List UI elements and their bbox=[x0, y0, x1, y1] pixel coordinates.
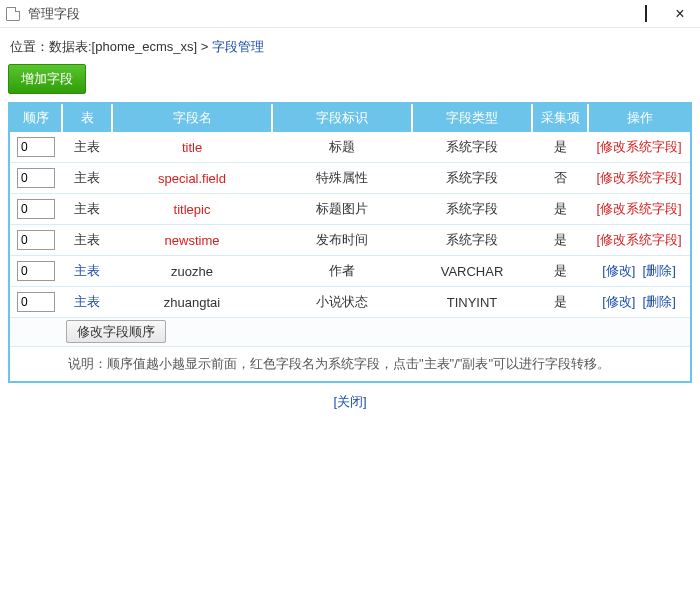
row-field-label: 作者 bbox=[272, 256, 412, 287]
row-field-label: 发布时间 bbox=[272, 225, 412, 256]
row-ops: [修改] [删除] bbox=[588, 256, 690, 287]
row-field-label: 特殊属性 bbox=[272, 163, 412, 194]
order-input[interactable] bbox=[17, 168, 55, 188]
document-icon bbox=[6, 7, 20, 21]
modify-system-field-link[interactable]: [修改系统字段] bbox=[596, 201, 681, 216]
change-order-button[interactable]: 修改字段顺序 bbox=[66, 320, 166, 343]
close-page-link[interactable]: [关闭] bbox=[333, 394, 366, 409]
close-icon[interactable]: × bbox=[670, 7, 690, 21]
row-collect: 是 bbox=[532, 194, 588, 225]
row-field-name: title bbox=[182, 140, 202, 155]
table-row: 主表zuozhe作者VARCHAR是[修改] [删除] bbox=[10, 256, 690, 287]
maximize-icon[interactable] bbox=[636, 6, 656, 21]
row-field-type: 系统字段 bbox=[412, 194, 532, 225]
row-field-type: 系统字段 bbox=[412, 225, 532, 256]
row-ops: [修改系统字段] bbox=[588, 194, 690, 225]
table-row: 主表special.field特殊属性系统字段否[修改系统字段] bbox=[10, 163, 690, 194]
th-name: 字段名 bbox=[112, 104, 272, 132]
breadcrumb-prefix: 位置：数据表:[phome_ecms_xs] > bbox=[10, 39, 212, 54]
breadcrumb: 位置：数据表:[phome_ecms_xs] > 字段管理 bbox=[8, 34, 692, 64]
row-table-label[interactable]: 主表 bbox=[74, 263, 100, 278]
order-input[interactable] bbox=[17, 137, 55, 157]
modify-link[interactable]: [修改] bbox=[602, 263, 635, 278]
window-buttons: × bbox=[602, 6, 694, 21]
table-row: 主表titlepic标题图片系统字段是[修改系统字段] bbox=[10, 194, 690, 225]
row-field-name: newstime bbox=[165, 233, 220, 248]
row-table-label: 主表 bbox=[74, 139, 100, 154]
modify-system-field-link[interactable]: [修改系统字段] bbox=[596, 139, 681, 154]
table-header-row: 顺序 表 字段名 字段标识 字段类型 采集项 操作 bbox=[10, 104, 690, 132]
row-field-label: 标题图片 bbox=[272, 194, 412, 225]
row-ops: [修改系统字段] bbox=[588, 163, 690, 194]
row-collect: 是 bbox=[532, 132, 588, 163]
row-table-label: 主表 bbox=[74, 232, 100, 247]
row-collect: 是 bbox=[532, 287, 588, 318]
row-table-label[interactable]: 主表 bbox=[74, 294, 100, 309]
th-type: 字段类型 bbox=[412, 104, 532, 132]
change-order-row: 修改字段顺序 bbox=[10, 318, 690, 347]
th-label: 字段标识 bbox=[272, 104, 412, 132]
modify-system-field-link[interactable]: [修改系统字段] bbox=[596, 232, 681, 247]
window-titlebar: 管理字段 × bbox=[0, 0, 700, 28]
table-note: 说明：顺序值越小越显示前面，红色字段名为系统字段，点击"主表"/"副表"可以进行… bbox=[62, 347, 690, 382]
modify-link[interactable]: [修改] bbox=[602, 294, 635, 309]
order-input[interactable] bbox=[17, 292, 55, 312]
row-collect: 是 bbox=[532, 225, 588, 256]
table-row: 主表title标题系统字段是[修改系统字段] bbox=[10, 132, 690, 163]
row-field-name: titlepic bbox=[174, 202, 211, 217]
row-field-label: 标题 bbox=[272, 132, 412, 163]
table-row: 主表zhuangtai小说状态TINYINT是[修改] [删除] bbox=[10, 287, 690, 318]
page-close-wrap: [关闭] bbox=[8, 383, 692, 415]
delete-link[interactable]: [删除] bbox=[643, 263, 676, 278]
row-field-type: VARCHAR bbox=[412, 256, 532, 287]
row-field-type: 系统字段 bbox=[412, 132, 532, 163]
order-input[interactable] bbox=[17, 261, 55, 281]
fields-table-wrap: 顺序 表 字段名 字段标识 字段类型 采集项 操作 主表title标题系统字段是… bbox=[8, 102, 692, 383]
row-field-name: zuozhe bbox=[171, 264, 213, 279]
th-collect: 采集项 bbox=[532, 104, 588, 132]
row-field-name: special.field bbox=[158, 171, 226, 186]
th-order: 顺序 bbox=[10, 104, 62, 132]
row-table-label: 主表 bbox=[74, 201, 100, 216]
row-collect: 否 bbox=[532, 163, 588, 194]
page-content: 位置：数据表:[phome_ecms_xs] > 字段管理 增加字段 顺序 表 … bbox=[0, 28, 700, 425]
window-title: 管理字段 bbox=[28, 5, 602, 23]
row-field-label: 小说状态 bbox=[272, 287, 412, 318]
th-op: 操作 bbox=[588, 104, 690, 132]
row-collect: 是 bbox=[532, 256, 588, 287]
modify-system-field-link[interactable]: [修改系统字段] bbox=[596, 170, 681, 185]
breadcrumb-current[interactable]: 字段管理 bbox=[212, 39, 264, 54]
add-field-button[interactable]: 增加字段 bbox=[8, 64, 86, 94]
row-ops: [修改系统字段] bbox=[588, 225, 690, 256]
order-input[interactable] bbox=[17, 230, 55, 250]
row-ops: [修改系统字段] bbox=[588, 132, 690, 163]
table-row: 主表newstime发布时间系统字段是[修改系统字段] bbox=[10, 225, 690, 256]
row-ops: [修改] [删除] bbox=[588, 287, 690, 318]
row-table-label: 主表 bbox=[74, 170, 100, 185]
th-table: 表 bbox=[62, 104, 112, 132]
row-field-type: 系统字段 bbox=[412, 163, 532, 194]
row-field-type: TINYINT bbox=[412, 287, 532, 318]
delete-link[interactable]: [删除] bbox=[643, 294, 676, 309]
order-input[interactable] bbox=[17, 199, 55, 219]
fields-table: 顺序 表 字段名 字段标识 字段类型 采集项 操作 主表title标题系统字段是… bbox=[10, 104, 690, 381]
table-note-row: 说明：顺序值越小越显示前面，红色字段名为系统字段，点击"主表"/"副表"可以进行… bbox=[10, 347, 690, 382]
row-field-name: zhuangtai bbox=[164, 295, 220, 310]
